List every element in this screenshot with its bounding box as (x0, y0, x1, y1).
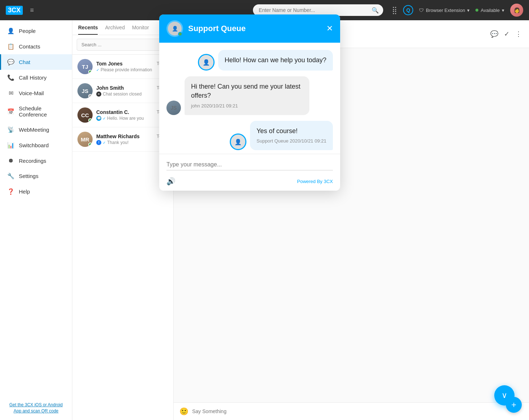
check-icon: ✓ (103, 116, 106, 120)
check-icon: ✓ (103, 141, 106, 145)
contact-name: Constantin C. (96, 109, 129, 115)
browser-extension-button[interactable]: 🛡 Browser Extension ▾ (419, 8, 470, 13)
list-item[interactable]: TJ Tom Jones Today ✓ Please provide info… (72, 55, 173, 79)
tab-archived[interactable]: Archived (105, 25, 124, 35)
tab-recents[interactable]: Recents (78, 25, 98, 35)
chat-search: 🔍 (72, 35, 173, 55)
sidebar: 👤 People 📋 Contacts 💬 Chat 📞 Call Histor… (0, 20, 72, 420)
sidebar-item-schedule-conference[interactable]: 📅 Schedule Conference (0, 101, 72, 122)
sidebar-item-settings[interactable]: 🔧 Settings (0, 168, 72, 184)
list-item[interactable]: MR Matthew Richards Today f ✓ Thank you! (72, 127, 173, 152)
popup-body: Hello! How can we help you today? 👤 JS H… (159, 43, 340, 154)
user-avatar: JS (166, 101, 181, 115)
user-avatar[interactable]: 👩 (510, 4, 523, 17)
help-icon: ❓ (7, 188, 14, 195)
checkmark-icon[interactable]: ✓ (504, 30, 509, 38)
dropdown-arrow-icon: ▾ (467, 8, 470, 13)
chat-list: TJ Tom Jones Today ✓ Please provide info… (72, 55, 173, 420)
sidebar-item-label: Help (19, 188, 30, 195)
message-row: Hello! How can we help you today? 👤 (166, 50, 333, 71)
sidebar-item-contacts[interactable]: 📋 Contacts (0, 39, 72, 54)
q-circle-button[interactable]: Q (403, 5, 413, 15)
chat-tabs: Recents Archived Monitor (72, 20, 173, 35)
message-bubble: Hello! How can we help you today? (218, 50, 333, 71)
sidebar-item-label: Voice-Mail (19, 90, 44, 96)
menu-icon[interactable]: ≡ (30, 7, 34, 14)
popup-header: 👤 Support Queue ✕ (159, 14, 340, 43)
powered-by-label: Powered By 3CX (297, 179, 333, 184)
scroll-down-button[interactable]: ∨ (494, 385, 515, 406)
chat-search-input[interactable] (77, 39, 169, 51)
chat-input[interactable] (192, 408, 523, 414)
grid-icon[interactable]: ⣿ (392, 6, 397, 14)
last-message: Hello. How are you (107, 116, 144, 121)
search-icon: 🔍 (372, 7, 379, 14)
recordings-icon: ⏺ (7, 157, 14, 164)
status-indicator (88, 118, 92, 122)
avatar: MR (77, 132, 93, 147)
sidebar-item-label: Chat (19, 59, 30, 65)
people-icon: 👤 (7, 27, 14, 34)
chat-list-panel: Recents Archived Monitor 🔍 TJ (72, 20, 174, 420)
contacts-icon: 📋 (7, 43, 14, 50)
more-options-icon[interactable]: ⋮ (515, 30, 522, 38)
sidebar-footer-link[interactable]: Get the 3CX iOS or Android App and scan … (0, 396, 72, 420)
contact-name: Tom Jones (96, 61, 123, 67)
fb-platform-icon: f (96, 140, 101, 145)
message-bubble: Yes of course! Support Queue 2020/10/21 … (250, 121, 333, 150)
message-row: Yes of course! Support Queue 2020/10/21 … (166, 121, 333, 150)
list-item[interactable]: CC Constantin C. Today 💬 ✓ Hello. How ar… (72, 103, 173, 127)
x-platform-icon: ✕ (96, 92, 101, 97)
settings-icon: 🔧 (7, 173, 14, 179)
last-message: Please provide information (101, 67, 152, 72)
chat-bubble-icon[interactable]: 💬 (490, 30, 498, 38)
last-message: Thank you! (107, 140, 128, 145)
popup-footer: 🔊 Powered By 3CX (159, 174, 340, 191)
sound-icon[interactable]: 🔊 (166, 177, 175, 186)
support-queue-popup: 👤 Support Queue ✕ Hello! How can we help… (159, 14, 340, 191)
last-message: Chat session closed (103, 92, 141, 97)
sidebar-item-label: Recordings (19, 158, 46, 164)
check-icon: ✓ (96, 68, 99, 72)
message-meta: john 2020/10/21 09:21 (191, 103, 303, 109)
sidebar-item-help[interactable]: ❓ Help (0, 184, 72, 199)
sidebar-item-label: WebMeeting (19, 127, 49, 133)
popup-close-button[interactable]: ✕ (326, 24, 333, 33)
status-indicator (88, 94, 92, 98)
chat-input-row: 🙂 (174, 402, 529, 420)
popup-avatar: 👤 (166, 20, 183, 37)
popup-online-dot (178, 32, 182, 36)
sidebar-item-label: Settings (19, 173, 38, 179)
sidebar-item-label: Switchboard (19, 142, 49, 148)
sidebar-item-voicemail[interactable]: ✉ Voice-Mail (0, 85, 72, 101)
sidebar-item-webmeeting[interactable]: 📡 WebMeeting (0, 122, 72, 137)
bubble-container: Hello! How can we help you today? 👤 JS H… (166, 50, 333, 154)
mail-icon: ✉ (7, 90, 14, 97)
status-indicator (88, 143, 92, 147)
avatar: JS (77, 83, 93, 98)
status-dot (475, 9, 478, 12)
emoji-icon[interactable]: 🙂 (179, 407, 189, 416)
sidebar-item-call-history[interactable]: 📞 Call History (0, 70, 72, 85)
agent-avatar: 👤 (230, 133, 246, 150)
popup-input-area (159, 154, 340, 174)
availability-button[interactable]: Available ▾ (475, 8, 504, 13)
sidebar-item-chat[interactable]: 💬 Chat (0, 54, 72, 70)
dropdown-arrow-icon: ▾ (502, 8, 504, 13)
message-row: JS Hi there! Can you send me your latest… (166, 76, 333, 115)
tab-monitor[interactable]: Monitor (132, 25, 149, 35)
switchboard-icon: 📊 (7, 142, 14, 149)
sidebar-item-label: People (19, 28, 36, 34)
message-meta: Support Queue 2020/10/21 09:21 (257, 138, 326, 144)
popup-title: Support Queue (188, 24, 321, 33)
popup-message-input[interactable] (166, 159, 333, 170)
sidebar-item-label: Call History (19, 75, 47, 81)
sidebar-item-recordings[interactable]: ⏺ Recordings (0, 153, 72, 168)
avatar: CC (77, 107, 93, 123)
message-bubble: Hi there! Can you send me your latest of… (185, 76, 309, 115)
logo[interactable]: 3CX (6, 6, 23, 15)
list-item[interactable]: JS John Smith Today ✕ Chat session close… (72, 79, 173, 103)
calendar-icon: 📅 (7, 108, 14, 115)
sidebar-item-people[interactable]: 👤 People (0, 23, 72, 39)
sidebar-item-switchboard[interactable]: 📊 Switchboard (0, 137, 72, 153)
